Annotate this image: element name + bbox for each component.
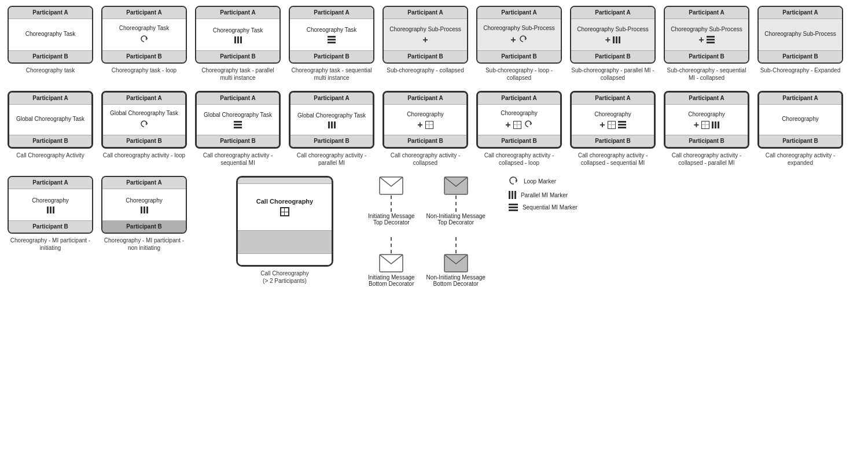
middle-section: Choreography Sub-Process+ bbox=[665, 19, 748, 50]
big-top-band bbox=[238, 178, 332, 184]
markers-legend: Loop Marker Parallel MI Marker bbox=[509, 176, 578, 211]
bottom-band: Participant B bbox=[9, 135, 91, 147]
initiating-bottom-label: Initiating Message Bottom Decorator bbox=[368, 274, 415, 287]
item-label: Call choreography activity - parallel MI bbox=[289, 152, 374, 167]
bottom-band: Participant B bbox=[9, 220, 92, 233]
big-bottom-white bbox=[238, 253, 332, 265]
item-col: Participant AChoreography Sub-Process+Pa… bbox=[473, 6, 565, 82]
top-band: Participant A bbox=[759, 93, 841, 105]
top-band: Participant A bbox=[103, 93, 185, 105]
markers: + bbox=[698, 35, 714, 45]
big-call-choreo: Call Choreography Call Choreography (> 2… bbox=[236, 176, 333, 285]
markers bbox=[139, 119, 149, 130]
item-label: Sub-choreography - collapsed bbox=[387, 67, 464, 74]
item-col: Participant AChoreography+Participant BC… bbox=[567, 91, 659, 167]
bottom-band: Participant B bbox=[572, 135, 654, 147]
markers: + bbox=[417, 120, 433, 130]
big-middle-section: Call Choreography bbox=[238, 184, 332, 230]
markers bbox=[234, 121, 242, 128]
item-label: Sub-Choreography - Expanded bbox=[760, 67, 840, 74]
middle-section: Choreography Task bbox=[102, 19, 186, 50]
markers bbox=[328, 121, 336, 128]
initiating-top-legend: Initiating Message Top Decorator bbox=[368, 176, 415, 226]
top-band: Participant A bbox=[196, 7, 279, 19]
item-col: Participant AGlobal Choreography TaskPar… bbox=[192, 91, 284, 167]
loop-marker-label: Loop Marker bbox=[524, 178, 556, 185]
top-band: Participant A bbox=[102, 177, 186, 189]
bottom-band: Participant B bbox=[665, 50, 748, 62]
item-col: Participant AChoreography TaskParticipan… bbox=[192, 6, 284, 82]
item-label: Sub-choreography - loop - collapsed bbox=[476, 67, 562, 82]
item-col: Participant AChoreographyParticipant BCh… bbox=[5, 176, 96, 252]
item-label: Choreography task - parallel multi insta… bbox=[195, 67, 281, 82]
non-initiating-bottom-legend: Non-Initiating Message Bottom Decorator bbox=[426, 237, 486, 287]
dashed-line-1 bbox=[391, 196, 392, 212]
top-band: Participant A bbox=[665, 7, 748, 19]
initiating-bottom-legend: Initiating Message Bottom Decorator bbox=[368, 237, 415, 287]
bottom-band: Participant B bbox=[290, 135, 373, 147]
item-label: Sub-choreography - sequential MI - colla… bbox=[664, 67, 749, 82]
item-label: Choreography task bbox=[26, 67, 75, 74]
middle-section: Global Choreography Task bbox=[197, 105, 279, 135]
item-label: Sub-choreography - parallel MI - collaps… bbox=[570, 67, 656, 82]
middle-section: Choreography bbox=[9, 189, 92, 220]
top-band: Participant A bbox=[290, 93, 373, 105]
middle-section: Choreography Task bbox=[196, 19, 279, 50]
bottom-band: Participant B bbox=[759, 135, 841, 147]
bottom-band: Participant B bbox=[571, 50, 654, 62]
top-band: Participant A bbox=[197, 93, 279, 105]
item-col: Participant AChoreography+Participant BC… bbox=[473, 91, 565, 167]
top-band: Participant A bbox=[9, 7, 92, 19]
top-band: Participant A bbox=[9, 93, 91, 105]
top-band: Participant A bbox=[759, 7, 842, 19]
dashed-line-2 bbox=[455, 196, 457, 212]
item-col: Participant AChoreography Sub-Process+Pa… bbox=[567, 6, 659, 82]
initiating-top-envelope bbox=[378, 176, 404, 196]
middle-section: Choreography Sub-Process+ bbox=[477, 19, 561, 50]
big-choreo-label: Call Choreography (> 2 Participants) bbox=[260, 270, 308, 285]
markers bbox=[234, 36, 242, 43]
markers bbox=[328, 36, 336, 43]
parallel-icon bbox=[509, 191, 516, 199]
non-initiating-top-envelope bbox=[443, 176, 469, 196]
bottom-band: Participant B bbox=[196, 50, 279, 62]
legend-area: Initiating Message Top Decorator Non-Ini… bbox=[368, 176, 578, 287]
row1: Participant AChoreography TaskParticipan… bbox=[5, 6, 863, 82]
initiating-top-label: Initiating Message Top Decorator bbox=[368, 213, 415, 226]
item-label: Call choreography activity - collapsed -… bbox=[476, 152, 562, 167]
item-label: Call choreography activity - sequential … bbox=[195, 152, 281, 167]
markers bbox=[141, 207, 148, 213]
dashed-line-3 bbox=[391, 237, 392, 253]
middle-section: Choreography Sub-Process+ bbox=[384, 19, 467, 50]
item-col: Participant AChoreographyParticipant BCa… bbox=[755, 91, 846, 167]
sequential-marker-label: Sequential MI Marker bbox=[523, 204, 578, 211]
markers: + bbox=[599, 120, 626, 130]
row2: Participant AGlobal Choreography TaskPar… bbox=[5, 91, 863, 167]
item-col: Participant AGlobal Choreography TaskPar… bbox=[5, 91, 96, 159]
markers: + bbox=[505, 119, 532, 130]
item-col: Participant AChoreography Sub-Process+Pa… bbox=[661, 6, 752, 82]
item-col: Participant AChoreographyParticipant BCh… bbox=[98, 176, 190, 252]
item-label: Choreography task - sequential multi ins… bbox=[289, 67, 374, 82]
middle-section: Choreography+ bbox=[572, 105, 654, 135]
middle-section: Choreography bbox=[102, 189, 186, 220]
middle-section: Choreography Task bbox=[290, 19, 373, 50]
item-label: Call Choreography Activity bbox=[16, 152, 84, 159]
middle-section: Choreography Sub-Process+ bbox=[571, 19, 654, 50]
bottom-band: Participant B bbox=[290, 50, 373, 62]
non-initiating-bottom-envelope bbox=[443, 253, 469, 273]
item-col: Participant AChoreography TaskParticipan… bbox=[5, 6, 96, 74]
markers: + bbox=[694, 120, 719, 130]
middle-section: Global Choreography Task bbox=[9, 105, 91, 135]
item-col: Participant AChoreography TaskParticipan… bbox=[98, 6, 190, 74]
top-band: Participant A bbox=[290, 7, 373, 19]
bottom-band: Participant B bbox=[384, 50, 467, 62]
middle-section: Global Choreography Task bbox=[103, 105, 185, 135]
item-col: Participant AChoreography Sub-Process+Pa… bbox=[380, 6, 471, 74]
dashed-line-4 bbox=[455, 237, 457, 253]
initiating-bottom-envelope bbox=[378, 253, 404, 273]
big-label: Call Choreography bbox=[256, 198, 313, 205]
middle-section: Choreography+ bbox=[478, 105, 560, 135]
non-initiating-top-label: Non-Initiating Message Top Decorator bbox=[426, 213, 486, 226]
top-band: Participant A bbox=[384, 7, 467, 19]
